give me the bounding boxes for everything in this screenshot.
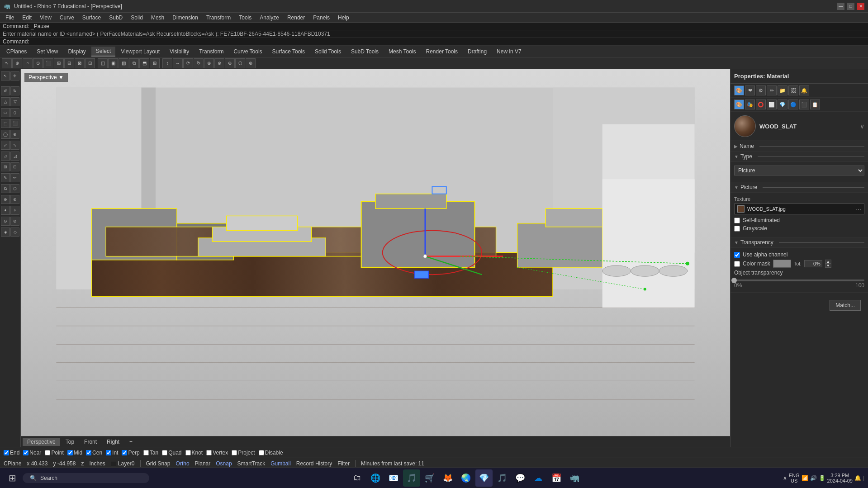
command-line-3[interactable]: Command: [0,38,868,46]
left-btn-8[interactable]: ⬯ [10,108,19,117]
self-illuminated-checkbox[interactable] [734,218,740,223]
left-btn-23[interactable]: ⊕ [1,195,10,204]
menu-file[interactable]: File [2,14,18,22]
alpha-channel-checkbox[interactable] [734,252,740,258]
toolbar-btn-14[interactable]: ⬒ [139,58,149,68]
toolbar-btn-21[interactable]: ⊜ [214,58,224,68]
left-btn-28[interactable]: ⊚ [10,217,19,226]
panel-icon-grid[interactable]: 📋 [810,99,820,109]
viewport-label[interactable]: Perspective ▼ [24,73,68,82]
panel-icon-square[interactable]: ⬜ [767,99,777,109]
left-btn-7[interactable]: ⬭ [1,108,10,117]
left-btn-20[interactable]: ✏ [10,173,19,182]
osnap-int[interactable]: Int [106,450,118,456]
osnap-disable-cb[interactable] [259,450,264,455]
tab-solidtools[interactable]: Solid Tools [310,47,346,56]
toolbar-btn-1[interactable]: ↖ [2,58,12,68]
close-button[interactable]: ✕ [857,3,864,10]
taskbar-app-store[interactable]: 🛒 [421,469,438,487]
status-record-history[interactable]: Record History [296,460,332,467]
menu-dimension[interactable]: Dimension [169,14,202,22]
start-button[interactable]: ⊞ [4,469,21,487]
menu-transform[interactable]: Transform [203,14,234,22]
grayscale-checkbox[interactable] [734,226,740,232]
panel-icon-paint[interactable]: 🎨 [734,99,744,109]
osnap-point-cb[interactable] [45,450,50,455]
menu-view[interactable]: View [36,14,55,22]
tab-display[interactable]: Display [64,47,90,56]
left-btn-22[interactable]: ⬡ [10,184,19,193]
tab-viewportlayout[interactable]: Viewport Layout [116,47,164,56]
status-gumball[interactable]: Gumball [270,460,291,467]
taskbar-app-spotify[interactable]: 🎵 [403,469,420,487]
toolbar-btn-23[interactable]: ⬡ [235,58,245,68]
tab-visibility[interactable]: Visibility [165,47,194,56]
toolbar-btn-8[interactable]: ⊠ [75,58,85,68]
tab-surfacetools[interactable]: Surface Tools [268,47,310,56]
panel-icon-bell[interactable]: 🔔 [799,85,809,95]
minimize-button[interactable]: — [837,3,844,10]
tol-up-btn[interactable]: ▲ [825,260,831,264]
vp-tab-add[interactable]: + [125,438,137,446]
slider-thumb[interactable] [731,278,737,283]
toolbar-btn-11[interactable]: ▣ [108,58,118,68]
left-btn-11[interactable]: ◯ [1,130,10,139]
menu-subd[interactable]: SubD [105,14,126,22]
material-expand-icon[interactable]: ∨ [860,123,864,130]
toolbar-btn-18[interactable]: ⟳ [183,58,193,68]
section-type[interactable]: ▼ Type [730,152,868,162]
taskbar-app-teams[interactable]: 💬 [512,469,529,487]
panel-icon-pencil[interactable]: ✏ [767,85,777,95]
vp-tab-top[interactable]: Top [61,438,79,446]
menu-tools[interactable]: Tools [235,14,255,22]
left-btn-29[interactable]: ◈ [1,227,10,237]
toolbar-btn-6[interactable]: ⊞ [54,58,64,68]
left-btn-10[interactable]: ⬛ [10,119,19,128]
status-planar[interactable]: Planar [195,460,211,467]
left-btn-3[interactable]: ↺ [1,86,10,95]
menu-curve[interactable]: Curve [56,14,78,22]
toolbar-btn-19[interactable]: ↻ [194,58,204,68]
panel-icon-blue[interactable]: 🔵 [788,99,798,109]
osnap-project[interactable]: Project [232,450,255,456]
taskbar-app-explorer[interactable]: 🗂 [349,469,366,487]
left-btn-25[interactable]: ✦ [1,206,10,215]
toolbar-btn-7[interactable]: ⊟ [64,58,74,68]
section-transparency[interactable]: ▼ Transparency [730,237,868,248]
menu-surface[interactable]: Surface [79,14,104,22]
toolbar-btn-10[interactable]: ◫ [98,58,108,68]
tol-down-btn[interactable]: ▼ [825,264,831,268]
osnap-quad-cb[interactable] [162,450,167,455]
osnap-tan[interactable]: Tan [143,450,158,456]
left-btn-12[interactable]: ⊕ [10,130,19,139]
menu-solid[interactable]: Solid [127,14,147,22]
toolbar-btn-13[interactable]: ⧉ [129,58,139,68]
taskbar-app-chrome[interactable]: 🌏 [457,469,474,487]
left-btn-21[interactable]: ⧉ [1,184,10,193]
osnap-quad[interactable]: Quad [162,450,181,456]
left-btn-13[interactable]: ⤢ [1,141,10,150]
left-btn-17[interactable]: ⊞ [1,162,10,171]
color-mask-checkbox[interactable] [734,261,740,267]
menu-mesh[interactable]: Mesh [147,14,168,22]
left-btn-4[interactable]: ↻ [10,86,19,95]
osnap-mid-cb[interactable] [67,450,73,455]
section-picture[interactable]: ▼ Picture [730,182,868,193]
tab-rendertools[interactable]: Render Tools [422,47,463,56]
osnap-tan-cb[interactable] [143,450,149,455]
left-btn-6[interactable]: ▽ [10,97,19,106]
vp-tab-right[interactable]: Right [102,438,124,446]
left-btn-27[interactable]: ⊙ [1,217,10,226]
osnap-end-cb[interactable] [4,450,9,455]
taskbar-app-onedrive[interactable]: ☁ [530,469,547,487]
left-btn-19[interactable]: ✎ [1,173,10,182]
toolbar-btn-15[interactable]: ⊞ [150,58,160,68]
tab-curvetools[interactable]: Curve Tools [229,47,266,56]
taskbar-app-mail[interactable]: 📧 [385,469,402,487]
taskbar-app-music[interactable]: 🎵 [493,469,511,487]
status-ortho[interactable]: Ortho [176,460,190,467]
osnap-end[interactable]: End [4,450,19,456]
taskbar-app-edge[interactable]: 🌐 [367,469,384,487]
panel-icon-color[interactable]: 🎨 [734,85,744,95]
tab-setview[interactable]: Set View [32,47,62,56]
